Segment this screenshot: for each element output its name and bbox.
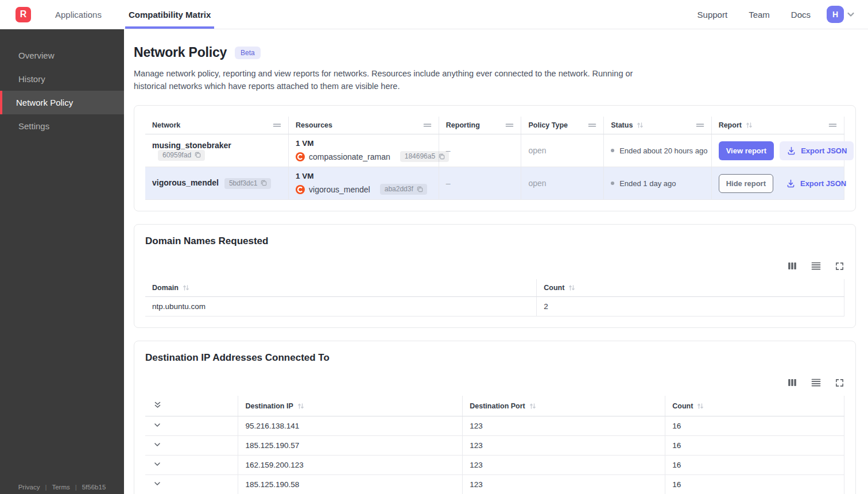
hide-report-button[interactable]: Hide report	[719, 174, 773, 193]
navbar-links: Support Team Docs	[698, 10, 811, 20]
status-dot	[611, 149, 614, 152]
vm-name[interactable]: vigorous_mendel	[309, 185, 370, 194]
sort-icon[interactable]	[182, 284, 190, 292]
reporting-value: –	[439, 134, 521, 167]
column-resize-handle-icon[interactable]	[423, 123, 432, 128]
networks-header-row: Network Resources Reporting Policy Type …	[145, 117, 844, 134]
sort-icon[interactable]	[529, 402, 537, 410]
chevron-down-icon[interactable]	[846, 10, 855, 19]
sidebar-item-history[interactable]: History	[0, 67, 124, 91]
destination-row[interactable]: 162.159.200.123 123 16	[145, 456, 844, 475]
beta-badge: Beta	[235, 47, 261, 59]
sort-icon[interactable]	[636, 121, 644, 129]
column-label: Status	[611, 121, 633, 129]
column-header-destination-port: Destination Port	[463, 396, 665, 416]
vm-name[interactable]: compassionate_raman	[309, 152, 390, 161]
destination-row[interactable]: 185.125.190.57 123 16	[145, 436, 844, 456]
column-header-reporting: Reporting	[439, 117, 521, 134]
count-value: 2	[537, 297, 844, 317]
domain-value: ntp.ubuntu.com	[145, 297, 537, 317]
column-resize-handle-icon[interactable]	[505, 123, 514, 128]
sidebar: Overview History Network Policy Settings…	[0, 29, 124, 494]
status-text: Ended about 20 hours ago	[619, 146, 707, 155]
column-resize-handle-icon[interactable]	[696, 123, 704, 128]
column-header-report: Report	[711, 117, 844, 134]
status-dot	[611, 182, 614, 185]
copy-icon[interactable]	[416, 186, 424, 193]
sort-icon[interactable]	[297, 402, 305, 410]
view-report-button[interactable]: View report	[719, 141, 774, 160]
export-json-label: Export JSON	[801, 146, 847, 155]
column-header-policy-type: Policy Type	[521, 117, 604, 134]
row-density-icon[interactable]	[811, 377, 822, 388]
column-header-count: Count	[665, 396, 844, 416]
domain-row[interactable]: ntp.ubuntu.com 2	[145, 297, 844, 317]
copy-icon[interactable]	[438, 153, 445, 160]
footer-divider: |	[45, 484, 46, 491]
status-text: Ended 1 day ago	[619, 179, 676, 188]
column-resize-handle-icon[interactable]	[273, 123, 281, 128]
destination-row[interactable]: 95.216.138.141 123 16	[145, 416, 844, 436]
vm-icon	[296, 152, 305, 161]
page-title: Network Policy	[134, 45, 227, 60]
row-density-icon[interactable]	[811, 261, 822, 271]
sort-icon[interactable]	[696, 402, 704, 410]
export-json-button[interactable]: Export JSON	[780, 141, 854, 160]
vm-count: 1 VM	[296, 139, 432, 148]
network-name: vigorous_mendel	[152, 178, 219, 187]
vm-id: aba2dd3f	[385, 185, 413, 193]
sidebar-item-settings[interactable]: Settings	[0, 114, 124, 138]
expand-all-icon[interactable]	[153, 400, 162, 410]
destination-ip: 162.159.200.123	[238, 456, 463, 475]
destination-port: 123	[463, 456, 665, 475]
tab-compatibility-matrix[interactable]: Compatibility Matrix	[125, 0, 214, 29]
row-expand-icon[interactable]	[153, 480, 161, 488]
column-label: Report	[719, 121, 742, 129]
column-label: Destination IP	[245, 402, 293, 410]
network-id-badge: 5bdf3dc1	[224, 178, 271, 189]
fullscreen-icon[interactable]	[835, 378, 844, 388]
sort-icon[interactable]	[745, 121, 753, 129]
fullscreen-icon[interactable]	[835, 261, 844, 271]
column-resize-handle-icon[interactable]	[588, 123, 596, 128]
sidebar-item-overview[interactable]: Overview	[0, 44, 124, 67]
vm-icon	[296, 185, 305, 194]
network-id: 5bdf3dc1	[229, 179, 257, 187]
app-logo[interactable]: R	[16, 7, 31, 22]
row-expand-icon[interactable]	[153, 441, 161, 449]
column-resize-handle-icon[interactable]	[828, 123, 837, 128]
network-id-badge: 60959fad	[158, 150, 205, 161]
row-expand-icon[interactable]	[153, 460, 161, 468]
sidebar-nav: Overview History Network Policy Settings	[0, 29, 124, 138]
row-expand-icon[interactable]	[153, 421, 161, 429]
networks-card: Network Resources Reporting Policy Type …	[134, 105, 856, 211]
avatar[interactable]: H	[827, 6, 844, 23]
sort-icon[interactable]	[568, 284, 576, 292]
link-team[interactable]: Team	[749, 10, 770, 20]
table-toolbar	[145, 377, 844, 388]
main-content: Network Policy Beta Manage network polic…	[124, 29, 868, 494]
network-row-vigorous-mendel[interactable]: vigorous_mendel5bdf3dc1 1 VMvigorous_men…	[145, 167, 844, 200]
copy-icon[interactable]	[260, 179, 268, 187]
terms-link[interactable]: Terms	[52, 484, 69, 491]
columns-icon[interactable]	[787, 261, 797, 271]
network-name: musing_stonebraker	[152, 141, 231, 150]
network-row-musing-stonebraker[interactable]: musing_stonebraker60959fad 1 VMcompassio…	[145, 134, 844, 167]
columns-icon[interactable]	[787, 377, 797, 388]
policy-type-value: open	[521, 167, 604, 200]
link-support[interactable]: Support	[698, 10, 728, 20]
sidebar-item-network-policy[interactable]: Network Policy	[0, 91, 124, 114]
vm-id-badge: aba2dd3f	[380, 184, 427, 195]
domains-card-title: Domain Names Requested	[145, 236, 844, 247]
download-icon	[786, 146, 796, 156]
tab-applications[interactable]: Applications	[52, 0, 105, 29]
export-json-button[interactable]: Export JSON	[779, 174, 853, 193]
top-navbar: R Applications Compatibility Matrix Supp…	[0, 0, 868, 29]
column-label: Policy Type	[528, 121, 568, 129]
link-docs[interactable]: Docs	[791, 10, 811, 20]
column-header-resources: Resources	[289, 117, 439, 134]
build-version: 5f56b15	[82, 484, 106, 491]
copy-icon[interactable]	[194, 151, 202, 159]
privacy-link[interactable]: Privacy	[18, 484, 40, 491]
destination-row[interactable]: 185.125.190.58 123 16	[145, 475, 844, 494]
